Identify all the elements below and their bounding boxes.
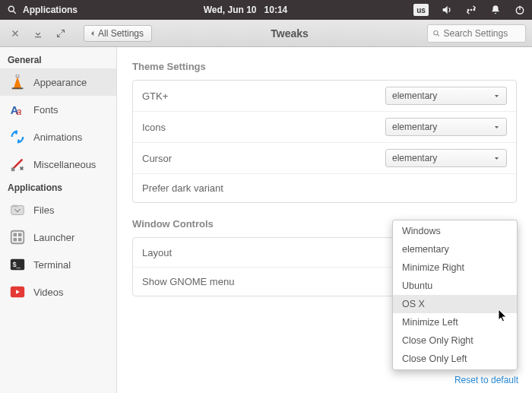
sidebar-item-label: Terminal bbox=[33, 259, 71, 271]
row-icons: Icons elementary bbox=[133, 111, 516, 142]
row-gtk: GTK+ elementary bbox=[133, 81, 516, 111]
videos-icon bbox=[9, 284, 26, 300]
terminal-icon: $_ bbox=[9, 256, 26, 273]
top-panel: Applications Wed, Jun 10 10:14 us bbox=[0, 0, 532, 20]
svg-rect-20 bbox=[11, 231, 24, 244]
window-title: Tweaks bbox=[157, 27, 423, 40]
svg-rect-14 bbox=[12, 87, 24, 89]
gtk-select-value: elementary bbox=[392, 90, 437, 101]
search-field[interactable] bbox=[427, 24, 526, 43]
time-label: 10:14 bbox=[264, 5, 288, 15]
sidebar-item-label: Animations bbox=[33, 132, 82, 143]
theme-group: GTK+ elementary Icons elementary Cursor … bbox=[132, 80, 517, 203]
notification-icon[interactable] bbox=[489, 4, 502, 16]
row-cursor: Cursor elementary bbox=[133, 142, 516, 173]
appearance-icon bbox=[9, 74, 26, 90]
cursor-label: Cursor bbox=[142, 153, 172, 164]
svg-rect-18 bbox=[11, 168, 15, 172]
animations-icon bbox=[9, 128, 26, 145]
search-icon bbox=[432, 29, 441, 38]
reset-to-default-link[interactable]: Reset to default bbox=[454, 375, 518, 385]
main: General Appearance Aa Fonts Animations M… bbox=[0, 47, 532, 393]
clock[interactable]: Wed, Jun 10 10:14 bbox=[78, 5, 413, 15]
sidebar-item-appearance[interactable]: Appearance bbox=[0, 68, 116, 96]
sidebar-item-label: Miscellaneous bbox=[33, 159, 96, 170]
svg-point-4 bbox=[467, 9, 468, 10]
applications-label: Applications bbox=[23, 5, 78, 15]
applications-menu[interactable]: Applications bbox=[6, 4, 78, 16]
svg-text:a: a bbox=[16, 106, 21, 117]
all-settings-button[interactable]: All Settings bbox=[84, 25, 152, 42]
layout-label: Layout bbox=[142, 247, 172, 258]
dropdown-item[interactable]: OS X bbox=[393, 295, 517, 313]
gnome-menu-label: Show GNOME menu bbox=[142, 276, 234, 287]
svg-rect-24 bbox=[19, 239, 21, 241]
layout-dropdown: WindowselementaryMinimize RightUbuntuOS … bbox=[392, 220, 518, 370]
svg-line-13 bbox=[437, 34, 439, 36]
svg-line-1 bbox=[13, 11, 15, 13]
network-icon[interactable] bbox=[465, 4, 477, 16]
svg-point-5 bbox=[470, 9, 471, 10]
svg-rect-21 bbox=[14, 233, 16, 236]
dropdown-item[interactable]: Close Only Right bbox=[393, 331, 517, 350]
sidebar-item-label: Fonts bbox=[33, 104, 59, 116]
icons-select-value: elementary bbox=[392, 122, 437, 132]
volume-icon[interactable] bbox=[441, 4, 453, 16]
sidebar-item-miscellaneous[interactable]: Miscellaneous bbox=[0, 151, 116, 178]
svg-text:$_: $_ bbox=[13, 261, 21, 268]
dropdown-item[interactable]: Close Only Left bbox=[393, 350, 517, 368]
svg-rect-22 bbox=[19, 233, 21, 236]
svg-point-6 bbox=[473, 9, 474, 10]
dropdown-item[interactable]: Ubuntu bbox=[393, 277, 517, 295]
content: Theme Settings GTK+ elementary Icons ele… bbox=[117, 47, 532, 393]
dropdown-item[interactable]: elementary bbox=[393, 240, 517, 258]
sidebar-item-label: Files bbox=[33, 204, 54, 216]
svg-rect-23 bbox=[14, 239, 16, 241]
sidebar-item-launcher[interactable]: Launcher bbox=[0, 223, 116, 251]
sidebar-item-files[interactable]: Files bbox=[0, 196, 116, 223]
close-button[interactable] bbox=[6, 24, 24, 43]
sidebar-item-terminal[interactable]: $_ Terminal bbox=[0, 251, 116, 278]
header-bar: All Settings Tweaks bbox=[0, 20, 532, 47]
power-icon[interactable] bbox=[514, 4, 526, 16]
icons-select[interactable]: elementary bbox=[385, 118, 507, 136]
date-label: Wed, Jun 10 bbox=[204, 5, 257, 15]
sidebar: General Appearance Aa Fonts Animations M… bbox=[0, 47, 117, 393]
cursor-select[interactable]: elementary bbox=[385, 149, 507, 167]
keyboard-indicator[interactable]: us bbox=[413, 4, 429, 16]
search-icon bbox=[6, 4, 18, 16]
dropdown-item[interactable]: Minimize Right bbox=[393, 258, 517, 277]
search-input[interactable] bbox=[444, 28, 521, 39]
gtk-label: GTK+ bbox=[142, 90, 168, 102]
dropdown-item[interactable]: Minimize Left bbox=[393, 313, 517, 331]
files-icon bbox=[9, 201, 26, 218]
sidebar-item-fonts[interactable]: Aa Fonts bbox=[0, 96, 116, 123]
sidebar-item-animations[interactable]: Animations bbox=[0, 123, 116, 151]
dark-variant-label: Prefer dark variant bbox=[142, 182, 223, 194]
gtk-select[interactable]: elementary bbox=[385, 87, 507, 105]
row-dark-variant: Prefer dark variant bbox=[133, 173, 516, 202]
sidebar-section-applications: Applications bbox=[0, 178, 116, 196]
sidebar-item-videos[interactable]: Videos bbox=[0, 278, 116, 306]
sidebar-section-general: General bbox=[0, 50, 116, 68]
all-settings-label: All Settings bbox=[98, 28, 144, 39]
theme-settings-title: Theme Settings bbox=[132, 61, 517, 72]
dropdown-item[interactable]: Windows bbox=[393, 222, 517, 240]
svg-rect-15 bbox=[16, 75, 19, 78]
svg-point-0 bbox=[8, 6, 14, 11]
fonts-icon: Aa bbox=[9, 101, 26, 118]
download-button[interactable] bbox=[29, 24, 47, 43]
sidebar-item-label: Videos bbox=[33, 287, 64, 298]
sidebar-item-label: Launcher bbox=[33, 232, 74, 243]
launcher-icon bbox=[9, 229, 26, 246]
svg-rect-11 bbox=[35, 36, 41, 37]
chevron-down-icon bbox=[493, 124, 500, 131]
cursor-select-value: elementary bbox=[392, 153, 437, 163]
chevron-left-icon bbox=[89, 30, 97, 37]
sidebar-item-label: Appearance bbox=[33, 77, 87, 88]
chevron-down-icon bbox=[493, 93, 500, 100]
miscellaneous-icon bbox=[9, 156, 26, 173]
chevron-down-icon bbox=[493, 155, 500, 162]
maximize-button[interactable] bbox=[52, 24, 70, 43]
svg-point-12 bbox=[434, 30, 438, 34]
